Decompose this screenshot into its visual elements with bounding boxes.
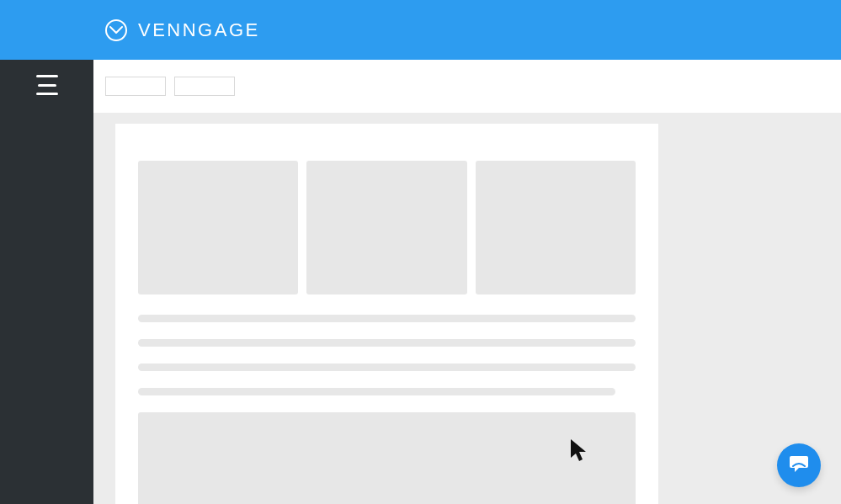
toolbar	[93, 60, 841, 113]
menu-toggle-button[interactable]	[35, 75, 59, 95]
placeholder-line	[138, 315, 636, 322]
brand-logo-icon	[104, 19, 128, 42]
canvas-area	[93, 113, 841, 504]
hamburger-icon	[36, 75, 58, 77]
toolbar-button[interactable]	[174, 77, 235, 96]
svg-point-0	[106, 20, 126, 40]
brand[interactable]: VENNGAGE	[104, 19, 260, 42]
placeholder-card-row	[138, 161, 636, 294]
placeholder-line	[138, 363, 636, 371]
document-canvas[interactable]	[115, 124, 658, 504]
placeholder-line	[138, 388, 615, 395]
placeholder-line	[138, 339, 636, 347]
placeholder-card[interactable]	[476, 161, 636, 294]
hamburger-icon	[38, 84, 56, 87]
toolbar-button[interactable]	[105, 77, 166, 96]
placeholder-card[interactable]	[138, 161, 298, 294]
hamburger-icon	[36, 93, 58, 95]
chat-widget-button[interactable]	[777, 443, 821, 487]
placeholder-card[interactable]	[306, 161, 466, 294]
placeholder-block[interactable]	[138, 412, 636, 504]
app-header: VENNGAGE	[0, 0, 841, 60]
brand-label: VENNGAGE	[138, 19, 260, 41]
sidebar	[0, 60, 93, 504]
chat-icon	[788, 453, 810, 478]
